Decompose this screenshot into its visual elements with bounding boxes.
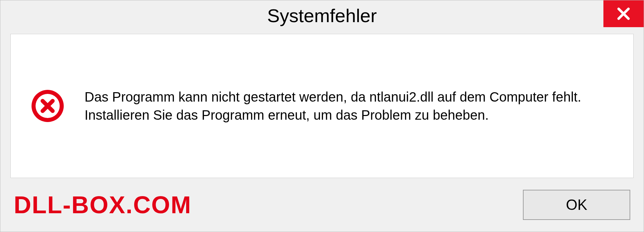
ok-button[interactable]: OK: [523, 190, 630, 220]
content-panel: Das Programm kann nicht gestartet werden…: [10, 34, 634, 178]
dialog-title: Systemfehler: [267, 5, 377, 26]
watermark-text: DLL-BOX.COM: [14, 191, 192, 219]
dialog-footer: DLL-BOX.COM OK: [0, 178, 644, 232]
close-icon: [616, 6, 631, 21]
error-icon: [31, 89, 64, 123]
titlebar: Systemfehler: [0, 0, 644, 31]
error-message: Das Programm kann nicht gestartet werden…: [85, 88, 613, 124]
error-dialog: Systemfehler Das Programm kann nicht ges…: [0, 0, 644, 232]
close-button[interactable]: [603, 0, 644, 27]
